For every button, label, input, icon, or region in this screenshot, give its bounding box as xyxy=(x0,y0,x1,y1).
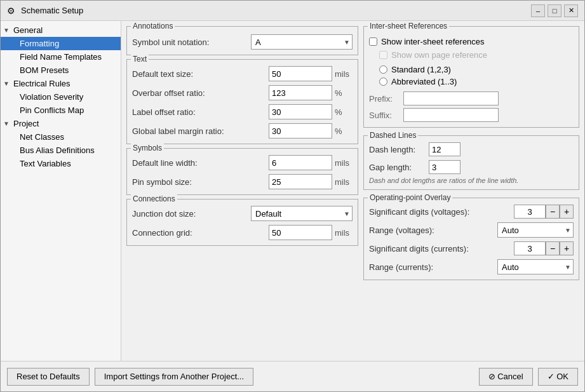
overbar-offset-unit: % xyxy=(335,88,353,98)
label-offset-input[interactable] xyxy=(269,104,332,119)
standard-radio-row: Standard (1,2,3) xyxy=(379,65,574,74)
connections-group-title: Connections xyxy=(131,194,177,203)
sidebar-item-general[interactable]: ▼ General xyxy=(1,24,121,37)
notation-select[interactable]: A xyxy=(251,34,353,50)
cancel-button[interactable]: ⊘ Cancel xyxy=(479,368,533,386)
sidebar-item-label: Field Name Templates xyxy=(18,51,103,62)
app-icon: ⚙ xyxy=(7,6,17,16)
suffix-row: Suffix: xyxy=(369,108,574,122)
show-own-page-label: Show own page reference xyxy=(391,50,487,60)
default-text-size-unit: mils xyxy=(335,69,353,79)
connection-grid-input[interactable] xyxy=(269,225,332,240)
sig-digits-currents-plus[interactable]: + xyxy=(560,241,574,255)
pin-symbol-size-input[interactable] xyxy=(269,174,332,189)
sidebar-item-formatting[interactable]: Formatting xyxy=(1,37,121,50)
sig-digits-voltages-label: Significant digits (voltages): xyxy=(369,207,514,217)
import-settings-button[interactable]: Import Settings from Another Project... xyxy=(95,368,253,386)
sidebar-item-label: Violation Severity xyxy=(18,91,84,102)
abbreviated-radio-label: Abbreviated (1..3) xyxy=(391,77,457,86)
sidebar-item-label: BOM Presets xyxy=(18,65,70,76)
dashed-lines-group: Dashed Lines Dash length: Gap length: Da… xyxy=(363,135,579,190)
gap-length-row: Gap length: xyxy=(369,160,574,174)
prefix-label: Prefix: xyxy=(369,94,401,104)
connection-grid-row: Connection grid: mils xyxy=(132,225,353,240)
range-voltages-select[interactable]: Auto Manual xyxy=(497,222,574,238)
global-label-margin-input[interactable] xyxy=(269,123,332,139)
sidebar-item-bom-presets[interactable]: BOM Presets xyxy=(1,64,121,77)
chevron-down-icon: ▼ xyxy=(3,120,12,127)
window-title: Schematic Setup xyxy=(21,6,83,15)
sidebar-item-violation-severity[interactable]: Violation Severity xyxy=(1,90,121,104)
prefix-input[interactable] xyxy=(403,91,499,105)
sig-digits-currents-label: Significant digits (currents): xyxy=(369,244,514,253)
junction-dot-select-wrapper: Default Small Medium Large ▼ xyxy=(251,206,353,221)
show-own-page-row: Show own page reference xyxy=(379,50,574,60)
abbreviated-radio-row: Abbreviated (1..3) xyxy=(379,77,574,86)
sidebar-item-electrical-rules[interactable]: ▼ Electrical Rules xyxy=(1,77,121,90)
pin-symbol-size-unit: mils xyxy=(335,177,353,187)
reset-to-defaults-button[interactable]: Reset to Defaults xyxy=(7,368,90,386)
range-currents-row: Range (currents): Auto Manual ▼ xyxy=(369,259,574,274)
junction-dot-label: Junction dot size: xyxy=(132,209,251,219)
sig-digits-voltages-plus[interactable]: + xyxy=(560,205,574,219)
sidebar-item-project[interactable]: ▼ Project xyxy=(1,117,121,130)
show-refs-checkbox[interactable] xyxy=(369,37,377,46)
sidebar-item-field-name-templates[interactable]: Field Name Templates xyxy=(1,50,121,64)
overbar-offset-input[interactable] xyxy=(269,85,332,100)
sidebar-item-label: General xyxy=(12,25,44,36)
gap-length-label: Gap length: xyxy=(369,163,426,172)
suffix-input[interactable] xyxy=(403,108,499,122)
annotations-group: Annotations Symbol unit notation: A ▼ xyxy=(126,26,358,55)
range-currents-select-wrapper: Auto Manual ▼ xyxy=(497,259,574,274)
abbreviated-radio[interactable] xyxy=(379,78,387,86)
close-button[interactable]: ✕ xyxy=(564,4,578,17)
default-text-size-label: Default text size: xyxy=(132,69,269,79)
dash-length-row: Dash length: xyxy=(369,142,574,156)
text-group-title: Text xyxy=(131,55,149,64)
connection-grid-label: Connection grid: xyxy=(132,228,269,238)
sig-digits-voltages-minus[interactable]: − xyxy=(546,205,560,219)
default-line-width-unit: mils xyxy=(335,158,353,168)
default-line-width-row: Default line width: mils xyxy=(132,155,353,170)
standard-radio-label: Standard (1,2,3) xyxy=(391,65,451,74)
bottom-left: Reset to Defaults Import Settings from A… xyxy=(7,368,253,386)
junction-dot-select[interactable]: Default Small Medium Large xyxy=(251,206,353,221)
range-currents-label: Range (currents): xyxy=(369,262,497,272)
show-refs-row: Show inter-sheet references xyxy=(369,37,574,46)
dashed-lines-group-title: Dashed Lines xyxy=(368,131,418,140)
symbols-group-title: Symbols xyxy=(131,144,164,152)
right-panel: Inter-sheet References Show inter-sheet … xyxy=(363,26,579,356)
gap-length-input[interactable] xyxy=(429,160,461,174)
range-currents-select[interactable]: Auto Manual xyxy=(497,259,574,274)
ok-button[interactable]: ✓ OK xyxy=(538,368,578,386)
titlebar-left: ⚙ Schematic Setup xyxy=(7,6,83,16)
sig-digits-voltages-stepper: − + xyxy=(514,205,574,219)
sidebar-item-text-variables[interactable]: Text Variables xyxy=(1,157,121,170)
notation-select-wrapper: A ▼ xyxy=(251,34,353,50)
sig-digits-voltages-row: Significant digits (voltages): − + xyxy=(369,205,574,219)
default-text-size-input[interactable] xyxy=(269,66,332,81)
range-voltages-label: Range (voltages): xyxy=(369,226,497,235)
sig-digits-voltages-input[interactable] xyxy=(514,205,546,219)
sig-digits-currents-input[interactable] xyxy=(514,241,546,255)
maximize-button[interactable]: □ xyxy=(548,4,561,17)
sidebar-item-label: Formatting xyxy=(18,38,60,49)
chevron-down-icon: ▼ xyxy=(3,80,12,87)
minimize-button[interactable]: – xyxy=(531,4,545,17)
sidebar-item-label: Bus Alias Definitions xyxy=(18,145,96,156)
titlebar: ⚙ Schematic Setup – □ ✕ xyxy=(1,1,584,21)
overbar-offset-label: Overbar offset ratio: xyxy=(132,88,269,98)
sidebar-item-net-classes[interactable]: Net Classes xyxy=(1,130,121,144)
operating-point-group: Operating-point Overlay Significant digi… xyxy=(363,198,579,280)
show-own-page-checkbox[interactable] xyxy=(379,51,387,59)
sidebar-item-bus-alias-definitions[interactable]: Bus Alias Definitions xyxy=(1,144,121,157)
sidebar-item-label: Project xyxy=(12,118,40,129)
default-text-size-row: Default text size: mils xyxy=(132,66,353,81)
sidebar-item-pin-conflicts-map[interactable]: Pin Conflicts Map xyxy=(1,104,121,117)
label-offset-label: Label offset ratio: xyxy=(132,107,269,117)
pin-symbol-size-row: Pin symbol size: mils xyxy=(132,174,353,189)
default-line-width-input[interactable] xyxy=(269,155,332,170)
sig-digits-currents-minus[interactable]: − xyxy=(546,241,560,255)
standard-radio[interactable] xyxy=(379,65,387,74)
dash-length-input[interactable] xyxy=(429,142,461,156)
